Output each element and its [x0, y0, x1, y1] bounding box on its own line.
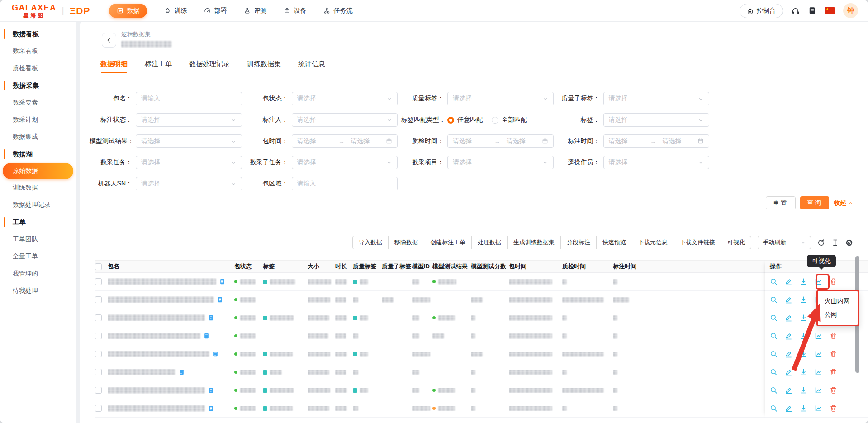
toolbar-button-3[interactable]: 处理数据 — [471, 236, 508, 249]
sidebar-item[interactable]: 工单团队 — [0, 231, 76, 248]
nav-item-1[interactable]: 训练 — [164, 7, 187, 15]
chevron-down-icon — [800, 240, 806, 246]
nav-item-label: 评测 — [254, 7, 266, 15]
sidebar-item[interactable]: 数采要素 — [0, 94, 76, 111]
row-checkbox[interactable] — [95, 333, 102, 339]
radio-option-1[interactable]: 全部匹配 — [492, 116, 527, 124]
filter-select[interactable]: 请选择 — [603, 92, 710, 105]
row-checkbox[interactable] — [95, 387, 102, 394]
refresh-mode-select[interactable]: 手动刷新 — [758, 236, 811, 249]
back-button[interactable] — [102, 33, 116, 48]
filter-select[interactable]: 请选择 — [136, 113, 242, 127]
row-checkbox[interactable] — [95, 296, 102, 303]
filter-select[interactable]: 请选择 — [292, 92, 398, 105]
table-row[interactable] — [95, 381, 868, 399]
table-row-partial[interactable] — [95, 418, 868, 423]
table-row[interactable] — [95, 273, 868, 291]
toolbar-button-1[interactable]: 移除数据 — [388, 236, 424, 249]
redacted-text — [308, 279, 331, 285]
visualize-dropdown: 火山内网 公网 — [816, 290, 859, 326]
nav-item-4[interactable]: 设备 — [284, 7, 306, 15]
tab-0[interactable]: 数据明细 — [100, 60, 128, 73]
toolbar-button-8[interactable]: 下载文件链接 — [674, 236, 721, 249]
row-checkbox[interactable] — [95, 351, 102, 357]
nav-item-5[interactable]: 任务流 — [323, 7, 352, 15]
table-row[interactable] — [95, 399, 868, 418]
section-accent-bar — [4, 29, 5, 39]
tab-3[interactable]: 训练数据集 — [247, 60, 281, 73]
refresh-icon[interactable] — [817, 239, 825, 247]
toolbar-button-4[interactable]: 生成训练数据集 — [507, 236, 561, 249]
tab-2[interactable]: 数据处理记录 — [189, 60, 230, 73]
row-checkbox[interactable] — [95, 405, 102, 412]
tab-1[interactable]: 标注工单 — [145, 60, 172, 73]
file-doc-icon — [208, 314, 214, 321]
filter-input[interactable]: 请输入 — [292, 177, 398, 190]
sidebar-item[interactable]: 全量工单 — [0, 248, 76, 265]
language-flag-icon[interactable]: ★ — [825, 7, 835, 14]
filter-select[interactable]: 请选择 — [603, 156, 710, 169]
filter-select[interactable]: 请选择 — [136, 177, 242, 190]
toolbar-button-7[interactable]: 下载元信息 — [632, 236, 674, 249]
filter-select[interactable]: 请选择 — [136, 156, 242, 169]
nav-item-3[interactable]: 评测 — [244, 7, 266, 15]
table-row[interactable] — [95, 327, 868, 345]
filter-input[interactable]: 请输入 — [136, 92, 242, 105]
toolbar-button-2[interactable]: 创建标注工单 — [424, 236, 472, 249]
filter-field: 标注状态请选择 — [90, 113, 242, 127]
settings-gear-icon[interactable] — [845, 239, 853, 247]
nav-item-0[interactable]: 数据 — [109, 4, 147, 18]
user-avatar[interactable]: 钟 — [843, 3, 858, 18]
chevron-down-icon — [698, 160, 704, 166]
chevron-down-icon — [386, 117, 392, 123]
filter-daterange[interactable]: 请选择→请选择 — [447, 134, 554, 148]
sidebar-item[interactable]: 数据集成 — [0, 128, 76, 146]
nav-item-2[interactable]: 部署 — [204, 7, 227, 15]
dropdown-item-intranet[interactable]: 火山内网 — [818, 295, 858, 308]
table-row[interactable] — [95, 309, 868, 327]
console-button[interactable]: 控制台 — [740, 4, 783, 18]
filter-select[interactable]: 请选择 — [292, 156, 398, 169]
sidebar-item[interactable]: 质检看板 — [0, 60, 76, 77]
table-row[interactable] — [95, 363, 868, 381]
filter-daterange[interactable]: 请选择→请选择 — [603, 134, 710, 148]
query-button[interactable]: 查询 — [800, 196, 829, 209]
download-icon — [800, 332, 807, 340]
support-headset-icon[interactable] — [791, 6, 800, 15]
text-cursor-icon[interactable] — [831, 239, 839, 247]
sidebar-item[interactable]: 原始数据 — [3, 163, 73, 179]
redacted-text — [108, 296, 214, 303]
sidebar-item[interactable]: 训练数据 — [0, 179, 76, 196]
sidebar-item[interactable]: 数采看板 — [0, 43, 76, 60]
toolbar-button-9[interactable]: 可视化 — [721, 236, 751, 249]
data-table: 包名包状态标签大小时长质量标签质量子标签模型ID模型测试结果模型测试分数包时间质… — [95, 260, 868, 423]
sidebar-item[interactable]: 待我处理 — [0, 282, 76, 299]
filter-select[interactable]: 请选择 — [603, 113, 710, 127]
filter-select[interactable]: 请选择 — [292, 113, 398, 127]
table-row[interactable] — [95, 345, 868, 363]
select-all-checkbox[interactable] — [95, 263, 102, 270]
filter-label: 数采子任务 — [246, 158, 292, 166]
radio-option-0[interactable]: 任意匹配 — [447, 116, 483, 124]
filter-select[interactable]: 请选择 — [447, 156, 554, 169]
sidebar-item[interactable]: 我管理的 — [0, 265, 76, 282]
tab-4[interactable]: 统计信息 — [298, 60, 325, 73]
filter-label: 质检时间 — [401, 137, 447, 145]
row-checkbox[interactable] — [95, 278, 102, 285]
filter-daterange[interactable]: 请选择→请选择 — [292, 134, 398, 148]
reset-button[interactable]: 重置 — [766, 196, 796, 209]
dropdown-item-public[interactable]: 公网 — [818, 308, 858, 322]
table-row[interactable] — [95, 291, 868, 309]
toolbar-button-0[interactable]: 导入数据 — [352, 236, 389, 249]
row-checkbox[interactable] — [95, 369, 102, 375]
filter-label: 模型测试结果 — [90, 137, 136, 145]
collapse-toggle[interactable]: 收起 — [834, 199, 853, 207]
toolbar-button-5[interactable]: 分段标注 — [560, 236, 597, 249]
toolbar-button-6[interactable]: 快速预览 — [596, 236, 632, 249]
sidebar-item[interactable]: 数据处理记录 — [0, 196, 76, 214]
sidebar-item[interactable]: 数采计划 — [0, 111, 76, 128]
filter-select[interactable]: 请选择 — [447, 92, 554, 105]
filter-select[interactable]: 请选择 — [136, 134, 242, 148]
row-checkbox[interactable] — [95, 314, 102, 321]
docs-book-icon[interactable] — [808, 6, 816, 15]
